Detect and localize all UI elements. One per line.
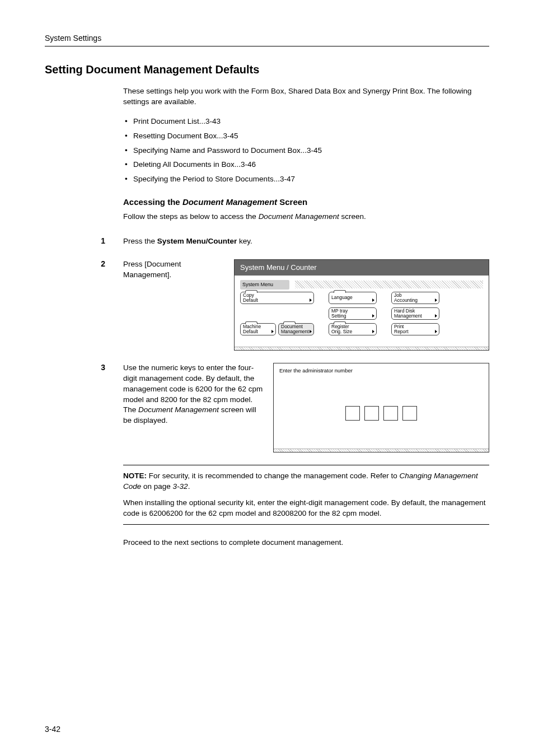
document-management-button[interactable]: Document Management bbox=[278, 323, 314, 335]
job-accounting-button[interactable]: Job Accounting bbox=[391, 292, 439, 304]
language-button[interactable]: Language bbox=[329, 292, 377, 304]
step-number: 1 bbox=[45, 236, 123, 245]
mp-tray-setting-button[interactable]: MP tray Setting bbox=[329, 307, 377, 320]
subsection-heading: Accessing the Document Management Screen bbox=[123, 197, 489, 207]
bullet-item: Resetting Document Box...3-45 bbox=[133, 131, 489, 142]
machine-default-button[interactable]: Machine Default bbox=[240, 323, 276, 335]
admin-digit-input[interactable] bbox=[345, 406, 360, 421]
admin-number-panel: Enter the administrator number bbox=[273, 363, 489, 452]
proceed-text: Proceed to the next sections to complete… bbox=[123, 538, 489, 547]
admin-panel-label: Enter the administrator number bbox=[274, 363, 489, 377]
step-2: 2 Press [Document Management]. System Me… bbox=[45, 259, 489, 351]
admin-digit-input[interactable] bbox=[364, 406, 379, 421]
system-menu-tab-label: System Menu bbox=[240, 280, 289, 290]
bullet-item: Print Document List...3-43 bbox=[133, 116, 489, 127]
step-3: 3 Use the numeric keys to enter the four… bbox=[45, 363, 489, 452]
step-text: Press [Document Management]. bbox=[123, 259, 224, 281]
bullet-item: Specifying Name and Password to Document… bbox=[133, 146, 489, 156]
step-1: 1 Press the System Menu/Counter key. bbox=[45, 236, 489, 247]
copy-default-button[interactable]: Copy Default bbox=[240, 292, 314, 304]
panel-title: System Menu / Counter bbox=[235, 260, 489, 276]
bullet-item: Deleting All Documents in Box...3-46 bbox=[133, 160, 489, 170]
admin-digit-row bbox=[274, 377, 489, 449]
subsection-intro: Follow the steps as below to access the … bbox=[123, 212, 489, 221]
bullet-item: Specifying the Period to Store Documents… bbox=[133, 174, 489, 185]
bullet-list: Print Document List...3-43 Resetting Doc… bbox=[123, 116, 489, 185]
step-number: 3 bbox=[45, 363, 123, 372]
note-block: NOTE: For security, it is recommended to… bbox=[123, 465, 489, 525]
step-text: Press the System Menu/Counter key. bbox=[123, 236, 252, 247]
page-number: 3-42 bbox=[45, 725, 60, 734]
admin-digit-input[interactable] bbox=[402, 406, 417, 421]
system-menu-panel: System Menu / Counter System Menu Copy D… bbox=[234, 259, 489, 351]
hard-disk-management-button[interactable]: Hard Disk Management bbox=[391, 307, 439, 320]
step-number: 2 bbox=[45, 259, 123, 268]
print-report-button[interactable]: Print Report bbox=[391, 323, 439, 335]
intro-text: These settings help you work with the Fo… bbox=[123, 86, 489, 108]
running-header: System Settings bbox=[45, 34, 489, 43]
register-orig-size-button[interactable]: Register Orig. Size bbox=[329, 323, 377, 335]
step-text: Use the numeric keys to enter the four-d… bbox=[123, 363, 263, 426]
page-title: Setting Document Management Defaults bbox=[45, 63, 489, 76]
admin-digit-input[interactable] bbox=[383, 406, 398, 421]
header-rule bbox=[45, 46, 489, 46]
